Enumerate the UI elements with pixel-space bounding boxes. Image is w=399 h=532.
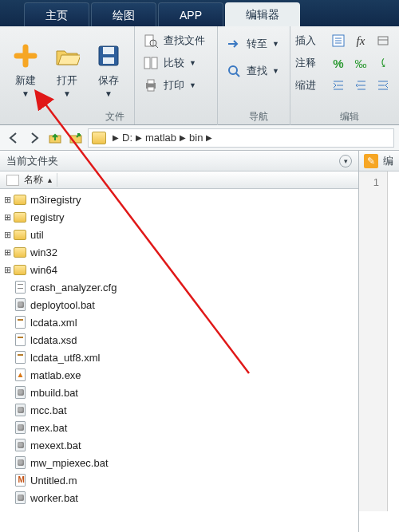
insert-misc-button[interactable] — [372, 30, 394, 52]
expand-toggle[interactable]: ⊞ — [2, 195, 13, 205]
print-button[interactable]: 打印 ▼ — [140, 74, 212, 97]
bat-file-icon — [13, 439, 27, 451]
minimize-panel-button[interactable]: ▾ — [339, 155, 352, 167]
file-list[interactable]: ⊞m3iregistry⊞registry⊞util⊞win32⊞win64cr… — [0, 189, 358, 532]
plus-icon — [11, 41, 40, 70]
folder-row[interactable]: ⊞win64 — [0, 261, 358, 278]
columns-header: 名称 ▲ — [0, 171, 358, 189]
svg-rect-2 — [103, 57, 114, 64]
find-button[interactable]: 查找 ▼ — [223, 60, 285, 82]
svg-point-10 — [229, 66, 237, 74]
outdent-button[interactable] — [372, 74, 394, 97]
svg-rect-14 — [70, 136, 81, 143]
history-button[interactable] — [67, 129, 85, 147]
file-row[interactable]: matlab.exe — [0, 366, 358, 384]
insert-fx-button[interactable]: fx — [350, 30, 372, 52]
breadcrumb[interactable]: ▶ D: ▶ matlab ▶ bin ▶ — [88, 128, 394, 148]
forward-button[interactable] — [26, 129, 43, 147]
goto-button[interactable]: 转至 ▼ — [223, 33, 285, 55]
top-tabstrip: 主页 绘图 APP 编辑器 — [0, 0, 399, 26]
file-row[interactable]: mex.bat — [0, 419, 358, 436]
tab-home[interactable]: 主页 — [24, 2, 89, 26]
editor-panel: ✎ 编 1 — [359, 151, 399, 532]
folder-icon — [13, 263, 27, 276]
svg-rect-3 — [145, 35, 153, 46]
goto-icon — [226, 36, 242, 52]
chevron-right-icon: ▶ — [180, 133, 186, 142]
comment-button[interactable]: % — [327, 52, 350, 74]
file-row[interactable]: deploytool.bat — [0, 296, 358, 313]
file-row[interactable]: mbuild.bat — [0, 384, 358, 401]
compare-icon — [143, 55, 159, 71]
file-name: Untitled.m — [30, 475, 77, 487]
insert-section-button[interactable] — [327, 30, 350, 52]
name-column-header[interactable]: 名称 ▲ — [3, 173, 57, 187]
breadcrumb-seg[interactable]: bin — [189, 132, 203, 144]
back-button[interactable] — [5, 129, 22, 147]
folder-row[interactable]: ⊞util — [0, 226, 358, 243]
xml-file-icon — [13, 351, 27, 364]
pencil-icon: ✎ — [364, 154, 378, 168]
up-folder-button[interactable] — [46, 129, 64, 147]
insert-label: 插入 — [295, 33, 327, 48]
chevron-down-icon: ▼ — [189, 81, 196, 89]
file-row[interactable]: lcdata.xml — [0, 313, 358, 331]
expand-toggle[interactable]: ⊞ — [2, 212, 13, 223]
bat-file-icon — [13, 298, 27, 311]
file-row[interactable]: worker.bat — [0, 489, 358, 506]
current-folder-panel: 当前文件夹 ▾ 名称 ▲ ⊞m3iregistry⊞registry⊞util⊞… — [0, 151, 359, 532]
tab-editor[interactable]: 编辑器 — [225, 2, 300, 26]
svg-rect-12 — [378, 37, 388, 45]
expand-toggle[interactable]: ⊞ — [2, 265, 13, 275]
indent-button[interactable] — [327, 74, 350, 97]
bat-file-icon — [13, 421, 27, 434]
save-button[interactable]: 保存 ▼ — [88, 41, 129, 98]
file-name: mcc.bat — [30, 404, 67, 416]
folder-row[interactable]: ⊞m3iregistry — [0, 191, 358, 208]
bat-file-icon — [13, 456, 27, 469]
breadcrumb-seg[interactable]: matlab — [145, 132, 176, 144]
find-files-button[interactable]: 查找文件 — [140, 30, 212, 52]
chevron-down-icon: ▼ — [272, 40, 279, 48]
file-name: win64 — [30, 264, 57, 276]
file-row[interactable]: Untitled.m — [0, 471, 358, 489]
tab-app[interactable]: APP — [158, 2, 223, 26]
file-row[interactable]: lcdata_utf8.xml — [0, 349, 358, 366]
open-button[interactable]: 打开 ▼ — [46, 41, 88, 98]
new-button[interactable]: 新建 ▼ — [5, 41, 46, 98]
file-row[interactable]: lcdata.xsd — [0, 331, 358, 349]
file-name: mexext.bat — [30, 439, 81, 451]
breadcrumb-seg[interactable]: D: — [122, 132, 132, 144]
wrap-comment-button[interactable]: ⤹ — [372, 52, 394, 74]
folder-row[interactable]: ⊞win32 — [0, 243, 358, 261]
svg-rect-5 — [144, 57, 150, 69]
file-row[interactable]: mexext.bat — [0, 436, 358, 454]
editor-header: ✎ 编 — [359, 151, 399, 171]
line-number: 1 — [359, 176, 379, 188]
chevron-down-icon: ▼ — [22, 89, 30, 98]
chevron-down-icon: ▼ — [272, 67, 279, 75]
outdent-more-button[interactable] — [350, 74, 372, 97]
file-name: util — [30, 229, 44, 241]
compare-button[interactable]: 比较 ▼ — [140, 52, 212, 74]
expand-toggle[interactable]: ⊞ — [2, 230, 13, 240]
file-row[interactable]: mcc.bat — [0, 401, 358, 419]
xml-file-icon — [13, 333, 27, 346]
file-row[interactable]: mw_mpiexec.bat — [0, 454, 358, 471]
expand-toggle[interactable]: ⊞ — [2, 247, 13, 258]
main-area: 当前文件夹 ▾ 名称 ▲ ⊞m3iregistry⊞registry⊞util⊞… — [0, 151, 399, 532]
cfg-file-icon — [13, 281, 27, 294]
save-icon — [94, 41, 123, 70]
sort-asc-icon: ▲ — [46, 176, 53, 184]
file-row[interactable]: crash_analyzer.cfg — [0, 278, 358, 296]
uncomment-button[interactable]: ‰ — [350, 52, 372, 74]
file-name: registry — [30, 211, 65, 223]
file-name: m3iregistry — [30, 194, 81, 206]
find-files-icon — [143, 33, 159, 49]
chevron-down-icon: ▼ — [105, 89, 113, 98]
editor-gutter: 1 — [359, 171, 388, 511]
tab-plot[interactable]: 绘图 — [91, 2, 156, 26]
folder-row[interactable]: ⊞registry — [0, 208, 358, 226]
file-name: mw_mpiexec.bat — [30, 457, 109, 469]
svg-rect-6 — [152, 57, 157, 69]
